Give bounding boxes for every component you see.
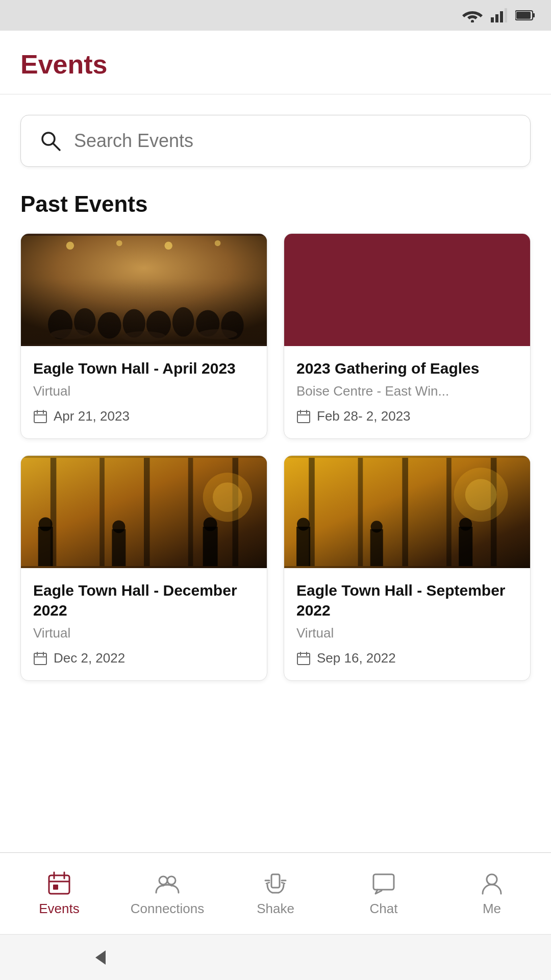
nav-item-events-label: Events — [39, 901, 80, 917]
svg-point-12 — [74, 308, 95, 336]
svg-rect-44 — [203, 527, 218, 566]
svg-line-9 — [53, 143, 60, 150]
calendar-icon — [33, 409, 47, 424]
svg-point-25 — [215, 240, 221, 247]
svg-rect-48 — [34, 653, 46, 665]
svg-point-24 — [164, 242, 172, 250]
svg-rect-7 — [516, 12, 531, 19]
svg-point-43 — [112, 520, 125, 533]
nav-item-me[interactable]: Me — [438, 870, 546, 917]
chat-icon — [370, 870, 397, 897]
svg-point-75 — [159, 876, 167, 885]
svg-marker-84 — [95, 950, 106, 965]
nav-item-chat-label: Chat — [370, 901, 398, 917]
svg-rect-56 — [446, 458, 452, 566]
svg-point-63 — [459, 518, 472, 531]
svg-rect-70 — [49, 875, 69, 894]
event-card-date: Dec 2, 2022 — [33, 650, 255, 666]
nav-item-connections[interactable]: Connections — [113, 870, 221, 917]
calendar-icon — [296, 651, 311, 666]
search-input[interactable] — [74, 130, 512, 152]
event-card-title: Eagle Town Hall - September 2022 — [296, 580, 518, 620]
event-card-image — [284, 234, 530, 346]
svg-rect-42 — [112, 529, 126, 566]
svg-rect-55 — [402, 458, 408, 566]
svg-point-59 — [297, 518, 310, 531]
event-card-date: Feb 28- 2, 2023 — [296, 408, 518, 424]
nav-item-events[interactable]: Events — [5, 870, 113, 917]
event-card-image — [21, 234, 267, 346]
svg-rect-6 — [533, 13, 535, 17]
signal-icon — [491, 8, 507, 22]
svg-point-65 — [465, 479, 497, 510]
nav-item-chat[interactable]: Chat — [330, 870, 438, 917]
nav-item-shake[interactable]: Shake — [221, 870, 330, 917]
svg-point-16 — [172, 307, 194, 337]
header: Events — [0, 31, 551, 94]
event-card[interactable]: Eagle Town Hall - December 2022 Virtual … — [20, 455, 267, 681]
search-icon — [39, 130, 62, 152]
svg-point-19 — [51, 329, 90, 339]
event-card[interactable]: Eagle Town Hall - September 2022 Virtual… — [284, 455, 531, 681]
event-card-title: 2023 Gathering of Eagles — [296, 358, 518, 378]
event-card-image — [21, 456, 267, 568]
event-card[interactable]: Eagle Town Hall - April 2023 Virtual Apr… — [20, 233, 267, 439]
calendar-icon — [296, 409, 311, 424]
svg-rect-38 — [188, 458, 193, 566]
svg-rect-4 — [505, 8, 507, 22]
svg-rect-1 — [491, 17, 494, 22]
svg-point-22 — [66, 242, 74, 250]
svg-point-20 — [122, 331, 166, 342]
section-title: Past Events — [20, 191, 531, 217]
svg-rect-58 — [296, 527, 310, 566]
svg-point-23 — [116, 240, 122, 247]
me-icon — [479, 870, 505, 897]
svg-rect-3 — [500, 11, 503, 22]
svg-point-18 — [221, 311, 243, 339]
event-card-date: Sep 16, 2022 — [296, 650, 518, 666]
svg-point-15 — [146, 310, 171, 338]
events-grid: Eagle Town Hall - April 2023 Virtual Apr… — [20, 233, 531, 701]
event-card-location: Virtual — [33, 625, 255, 641]
wifi-icon — [462, 8, 483, 22]
event-card[interactable]: 2023 Gathering of Eagles Boise Centre - … — [284, 233, 531, 439]
svg-point-83 — [487, 874, 497, 885]
search-bar[interactable] — [20, 115, 531, 167]
svg-point-21 — [198, 329, 237, 339]
nav-item-shake-label: Shake — [257, 901, 294, 917]
main-content: Past Events — [0, 94, 551, 852]
svg-rect-77 — [271, 874, 280, 888]
svg-point-61 — [371, 521, 383, 532]
svg-rect-30 — [297, 411, 310, 423]
event-card-title: Eagle Town Hall - April 2023 — [33, 358, 255, 378]
svg-rect-40 — [38, 527, 53, 566]
android-nav — [0, 934, 551, 980]
svg-rect-66 — [297, 653, 310, 665]
nav-item-connections-label: Connections — [131, 901, 205, 917]
svg-line-80 — [266, 883, 269, 884]
battery-icon — [515, 10, 536, 21]
svg-rect-82 — [373, 874, 394, 890]
event-card-date: Apr 21, 2023 — [33, 408, 255, 424]
bottom-nav: Events Connections — [0, 852, 551, 934]
svg-point-13 — [97, 312, 121, 338]
svg-point-0 — [471, 20, 474, 22]
svg-rect-36 — [99, 458, 105, 566]
svg-rect-62 — [459, 527, 472, 566]
svg-line-81 — [282, 883, 285, 884]
past-events-section: Past Events — [20, 191, 531, 701]
svg-point-76 — [167, 876, 176, 885]
svg-point-45 — [204, 518, 217, 531]
svg-point-47 — [213, 482, 242, 512]
event-card-location: Virtual — [296, 625, 518, 641]
svg-rect-37 — [144, 458, 150, 566]
shake-icon — [262, 870, 289, 897]
back-button[interactable] — [88, 946, 111, 969]
svg-rect-26 — [34, 411, 46, 423]
event-card-image — [284, 456, 530, 568]
events-icon — [46, 870, 72, 897]
connections-icon — [154, 870, 181, 897]
svg-point-11 — [48, 310, 72, 339]
page-title: Events — [20, 49, 531, 80]
status-bar — [0, 0, 551, 31]
